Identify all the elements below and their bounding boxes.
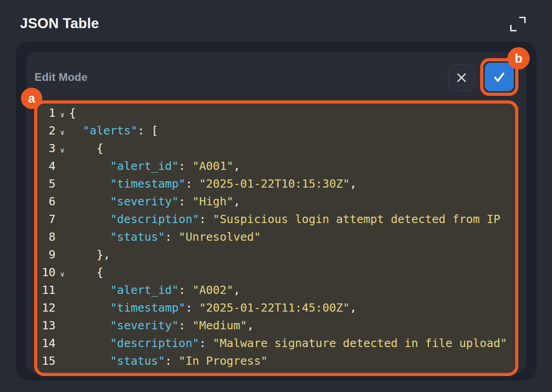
page-title: JSON Table — [20, 15, 99, 32]
code-text: "description": "Suspicious login attempt… — [69, 210, 500, 228]
annotation-badge-a: a — [21, 88, 42, 109]
line-number: 12 — [40, 301, 55, 314]
line-number: 11 — [40, 283, 55, 297]
code-line[interactable]: 14 "description": "Malware signature det… — [40, 334, 515, 352]
code-line[interactable]: 9 }, — [40, 246, 515, 263]
chevron-down-icon[interactable]: ∨ — [55, 129, 69, 137]
close-button[interactable] — [448, 64, 475, 91]
code-text: "description": "Malware signature detect… — [69, 334, 507, 352]
line-number: 7 — [40, 213, 55, 226]
chevron-down-icon[interactable]: ∨ — [55, 270, 69, 278]
expand-icon[interactable] — [510, 17, 526, 31]
code-text: "alerts": [ — [69, 122, 158, 139]
line-number: 3 — [40, 142, 55, 155]
code-line[interactable]: 5 "timestamp": "2025-01-22T10:15:30Z", — [40, 175, 515, 193]
confirm-button[interactable] — [485, 63, 514, 91]
code-text: { — [69, 139, 103, 157]
code-lines: 1∨{2∨ "alerts": [3∨ {4 "alert_id": "A001… — [37, 104, 515, 370]
code-line[interactable]: 6 "severity": "High", — [40, 193, 515, 210]
code-line[interactable]: 13 "severity": "Medium", — [40, 317, 515, 334]
code-text: { — [69, 263, 103, 281]
code-line[interactable]: 4 "alert_id": "A001", — [40, 157, 515, 175]
line-number: 6 — [40, 195, 55, 208]
annotation-badge-b: b — [507, 47, 530, 69]
code-text: "timestamp": "2025-01-22T10:15:30Z", — [69, 175, 356, 193]
expand-icon-corner — [519, 17, 526, 23]
x-icon — [455, 71, 468, 84]
code-line[interactable]: 12 "timestamp": "2025-01-22T11:45:00Z", — [40, 299, 515, 317]
line-number: 8 — [40, 230, 55, 243]
json-table-widget: JSON Table Edit Mode 1∨{2∨ "alerts": [3∨… — [0, 0, 552, 392]
code-text: }, — [69, 246, 110, 263]
code-line[interactable]: 8 "status": "Unresolved" — [40, 228, 515, 246]
line-number: 9 — [40, 248, 55, 261]
code-line[interactable]: 10∨ { — [40, 263, 515, 281]
line-number: 1 — [40, 106, 55, 119]
code-text: "alert_id": "A001", — [69, 157, 240, 175]
check-icon — [491, 69, 507, 85]
chevron-down-icon[interactable]: ∨ — [55, 111, 69, 119]
line-number: 13 — [40, 319, 55, 332]
line-number: 5 — [40, 177, 55, 190]
code-text: { — [69, 104, 76, 122]
code-text: "alert_id": "A002", — [69, 281, 240, 299]
line-number: 15 — [40, 354, 55, 367]
code-line[interactable]: 1∨{ — [40, 104, 515, 122]
edit-mode-label: Edit Mode — [35, 71, 87, 84]
code-line[interactable]: 15 "status": "In Progress" — [40, 352, 515, 370]
code-text: "status": "Unresolved" — [69, 228, 261, 246]
code-line[interactable]: 7 "description": "Suspicious login attem… — [40, 210, 515, 228]
chevron-down-icon[interactable]: ∨ — [55, 146, 69, 154]
json-editor[interactable]: 1∨{2∨ "alerts": [3∨ {4 "alert_id": "A001… — [34, 100, 518, 376]
code-text: "severity": "Medium", — [69, 317, 254, 334]
expand-icon-corner — [510, 25, 517, 31]
line-number: 2 — [40, 124, 55, 137]
line-number: 10 — [40, 266, 55, 279]
code-line[interactable]: 3∨ { — [40, 139, 515, 157]
code-text: "status": "In Progress" — [69, 352, 268, 370]
line-number: 4 — [40, 159, 55, 173]
code-text: "severity": "High", — [69, 193, 240, 210]
code-text: "timestamp": "2025-01-22T11:45:00Z", — [69, 299, 356, 317]
code-line[interactable]: 11 "alert_id": "A002", — [40, 281, 515, 299]
line-number: 14 — [40, 337, 55, 350]
code-line[interactable]: 2∨ "alerts": [ — [40, 122, 515, 139]
